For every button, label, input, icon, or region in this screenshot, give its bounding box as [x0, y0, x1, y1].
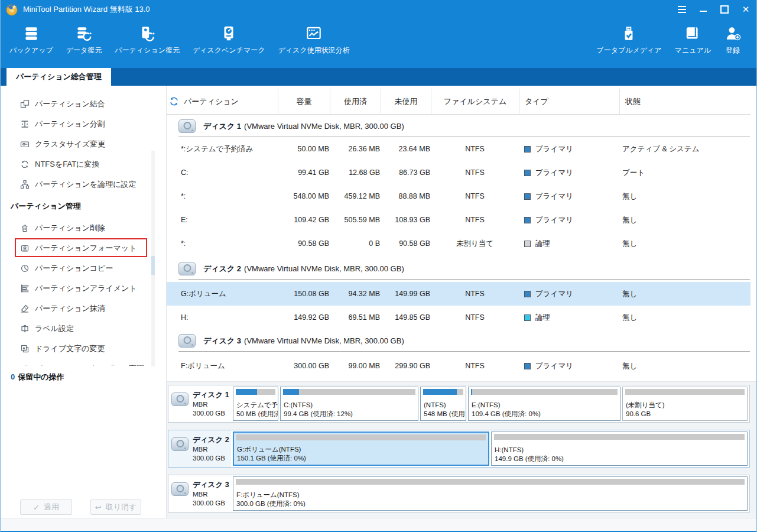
usage-bar	[625, 389, 745, 395]
partition-type-swatch	[524, 291, 531, 297]
partition-table-header: パーティション 容量 使用済 未使用 ファイルシステム タイプ 状態	[167, 89, 750, 115]
undo-arrow-icon: ↩	[95, 503, 102, 512]
sidebar-item-change-partition-type-id[interactable]: パーティションタイプIDの変更	[1, 359, 151, 366]
apply-button[interactable]: ✓ 適用	[20, 499, 72, 515]
chart-window-icon	[305, 25, 323, 43]
sidebar-nav: パーティション結合 パーティション分割 クラスタサイズ変更 NTFSをFATに変…	[1, 94, 151, 366]
tab-strip: パーティション総合管理	[1, 68, 756, 86]
partition-row-system-reserved[interactable]: *:システムで予約済み 50.00 MB 26.36 MB 23.64 MB N…	[167, 137, 750, 161]
eraser-icon	[20, 304, 30, 313]
toolbar-disk-benchmark-button[interactable]: ディスクベンチマーク	[186, 25, 272, 56]
alignment-icon	[20, 284, 30, 293]
split-partition-icon	[20, 119, 30, 129]
column-header-capacity: 容量	[278, 89, 330, 114]
column-header-status: 状態	[619, 89, 750, 114]
sidebar-item-split-partition[interactable]: パーティション分割	[1, 114, 151, 134]
maximize-icon[interactable]	[720, 5, 729, 14]
partition-type-swatch	[524, 314, 531, 321]
trash-icon	[20, 223, 30, 233]
disk-map-block-system-reserved[interactable]: システムで予約 50 MB (使用済	[233, 387, 278, 421]
main-toolbar: バックアップ データ復元 パーティション復元 ディスクベンチマーク ディスク使用…	[1, 19, 756, 68]
sidebar-item-copy-partition[interactable]: パーティションコピー	[1, 258, 151, 278]
column-header-partition: パーティション	[184, 96, 239, 107]
disk-icon	[178, 262, 196, 275]
toolbar-backup-button[interactable]: バックアップ	[3, 25, 60, 56]
check-icon: ✓	[33, 503, 40, 512]
disk-map-block-g-selected[interactable]: G:ボリューム(NTFS) 150.1 GB (使用済: 0%)	[233, 432, 489, 466]
refresh-icon[interactable]	[169, 96, 179, 106]
tab-partition-management[interactable]: パーティション総合管理	[7, 68, 111, 86]
toolbar-manual-button[interactable]: マニュアル	[668, 25, 717, 56]
usage-bar	[236, 389, 275, 395]
disk-icon	[171, 482, 189, 496]
toolbar-bootable-media-button[interactable]: ブータブルメディア	[590, 25, 668, 56]
disk-map-row-disk3: ディスク 3 MBR 300.00 GB F:ボリューム(NTFS) 300.0…	[168, 475, 750, 512]
disk-map-row-disk2: ディスク 2 MBR 300.00 GB G:ボリューム(NTFS) 150.1…	[168, 430, 750, 468]
disk1-group-header: ディスク 1 (VMware Virtual NVMe Disk, MBR, 3…	[178, 116, 750, 137]
pending-operations-header: 0保留中の操作	[11, 372, 64, 382]
usage-bar	[471, 389, 618, 395]
partition-row-f[interactable]: F:ボリューム 300.00 GB 99.00 MB 299.90 GB NTF…	[167, 354, 750, 378]
sidebar-item-delete-partition[interactable]: パーティション削除	[1, 218, 151, 238]
partition-row-h[interactable]: H: 149.92 GB 69.51 MB 149.85 GB NTFS 論理 …	[167, 306, 750, 329]
sidebar-item-format-partition[interactable]: パーティションフォーマット	[1, 238, 151, 258]
disk-map-block-548mb[interactable]: (NTFS) 548 MB (使用	[420, 387, 466, 421]
undo-button[interactable]: ↩ 取り消す	[90, 499, 141, 515]
book-icon	[684, 25, 701, 43]
disk-map-block-e[interactable]: E:(NTFS) 109.4 GB (使用済: 0%)	[468, 387, 620, 421]
partition-type-id-icon	[20, 364, 30, 366]
partition-row-c[interactable]: C: 99.41 GB 12.68 GB 86.73 GB NTFS プライマリ…	[167, 161, 750, 184]
partition-row-star1[interactable]: *: 548.00 MB 459.12 MB 88.88 MB NTFS プライ…	[167, 184, 750, 208]
close-icon[interactable]: ✕	[741, 5, 750, 14]
disk-stack-icon	[22, 25, 40, 43]
app-window: MiniTool Partition Wizard 無料版 13.0 ✕ バック…	[0, 0, 757, 532]
column-header-used: 使用済	[330, 89, 381, 114]
partition-type-swatch	[524, 146, 531, 153]
app-logo-icon	[5, 3, 18, 16]
toolbar-data-recovery-button[interactable]: データ復元	[60, 25, 109, 56]
partition-row-g-selected[interactable]: G:ボリューム 150.08 GB 94.32 MB 149.99 GB NTF…	[167, 282, 750, 306]
toolbar-register-button[interactable]: 登録	[717, 25, 748, 56]
pie-copy-icon	[20, 264, 30, 273]
disk-icon	[178, 119, 196, 133]
disk-map: ディスク 1 MBR 300.00 GB システムで予約 50 MB (使用済	[167, 381, 757, 518]
disk2-label: ディスク 2 MBR 300.00 GB	[168, 430, 231, 467]
disk3-group-header: ディスク 3 (VMware Virtual NVMe Disk, MBR, 3…	[178, 330, 750, 352]
toolbar-disk-usage-analysis-button[interactable]: ディスク使用状況分析	[271, 25, 356, 56]
usage-bar	[236, 434, 486, 440]
disk2-group-header: ディスク 2 (VMware Virtual NVMe Disk, MBR, 3…	[178, 258, 750, 280]
minimize-icon[interactable]	[698, 5, 708, 14]
disk-icon	[171, 437, 189, 451]
usage-bar	[423, 389, 463, 395]
sidebar-item-merge-partition[interactable]: パーティション結合	[1, 94, 151, 114]
sidebar: パーティション結合 パーティション分割 クラスタサイズ変更 NTFSをFATに変…	[1, 86, 167, 518]
sidebar-item-wipe-partition[interactable]: パーティション抹消	[1, 299, 151, 319]
data-restore-icon	[75, 25, 93, 43]
sidebar-scrollbar[interactable]	[151, 151, 155, 366]
window-title: MiniTool Partition Wizard 無料版 13.0	[23, 4, 150, 15]
partition-row-unallocated[interactable]: *: 90.58 GB 0 B 90.58 GB 未割り当て 論理 無し	[167, 232, 750, 255]
sidebar-section-partition-management: パーティション管理	[1, 194, 151, 218]
partition-type-swatch	[524, 170, 531, 176]
disk-map-block-c[interactable]: C:(NTFS) 99.4 GB (使用済: 12%)	[280, 387, 418, 421]
sidebar-scrollbar-thumb[interactable]	[151, 256, 155, 275]
label-tag-icon	[20, 324, 30, 333]
title-bar: MiniTool Partition Wizard 無料版 13.0 ✕	[1, 0, 756, 19]
toolbar-partition-recovery-button[interactable]: パーティション復元	[108, 25, 186, 56]
sidebar-item-convert-ntfs-to-fat[interactable]: NTFSをFATに変換	[1, 154, 151, 174]
partition-restore-icon	[138, 25, 156, 43]
disk-map-block-f[interactable]: F:ボリューム(NTFS) 300.0 GB (使用済: 0%)	[233, 476, 748, 511]
sidebar-item-change-drive-letter[interactable]: ドライブ文字の変更	[1, 339, 151, 359]
sidebar-item-change-cluster-size[interactable]: クラスタサイズ変更	[1, 134, 151, 154]
sidebar-item-align-partition[interactable]: パーティションアライメント	[1, 278, 151, 299]
sidebar-item-set-partition-logical[interactable]: パーティションを論理に設定	[1, 174, 151, 194]
disk1-label: ディスク 1 MBR 300.00 GB	[168, 385, 231, 422]
disk-map-block-unallocated[interactable]: (未割り当て) 90.6 GB	[622, 387, 748, 421]
partition-row-e[interactable]: E: 109.42 GB 505.59 MB 108.93 GB NTFS プラ…	[167, 208, 750, 232]
sidebar-item-set-label[interactable]: ラベル設定	[1, 319, 151, 339]
menu-icon[interactable]	[677, 5, 687, 14]
column-header-type: タイプ	[519, 89, 619, 114]
format-drive-icon	[20, 244, 30, 253]
gauge-disk-icon	[220, 25, 238, 43]
disk-map-block-h[interactable]: H:(NTFS) 149.9 GB (使用済: 0%)	[491, 432, 748, 466]
